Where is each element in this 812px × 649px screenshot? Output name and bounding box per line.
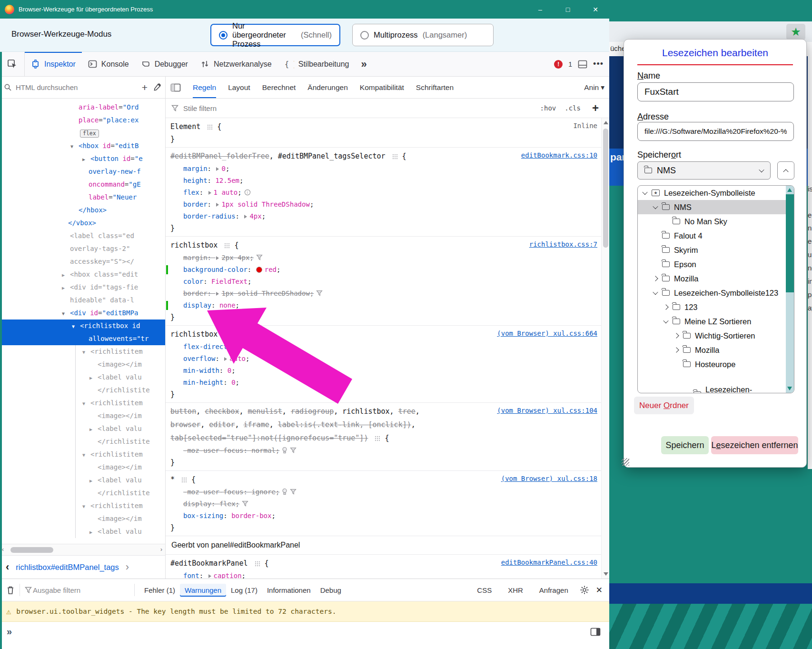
eyedropper-icon[interactable] [152,83,161,92]
scroll-up-icon[interactable] [787,188,792,192]
folder-tree-item[interactable]: Lesezeichen-Symbolleiste123 [638,286,794,300]
markup-line[interactable]: place="place:ex [0,114,165,127]
css-declaration[interactable]: margin: 2px 4px; [166,252,601,264]
markup-line[interactable]: oncommand="gE [0,178,165,191]
tab-netzwerkanalyse[interactable]: Netzwerkanalyse [194,52,278,76]
scroll-up-icon[interactable] [604,121,608,124]
css-declaration[interactable]: font: caption; [166,570,601,579]
close-button[interactable]: ✕ [582,0,609,19]
tab-schriftarten[interactable]: Schriftarten [416,77,454,98]
css-declaration[interactable]: overflow: auto; [166,353,601,365]
markup-line[interactable]: ▼<div id="editBMPa [0,307,165,320]
toolbox-menu-icon[interactable]: ••• [593,59,604,69]
close-console-icon[interactable]: ✕ [596,585,603,595]
markup-line[interactable]: <image></im [0,512,165,525]
mode-option-parent-process[interactable]: Nur übergeordneter Prozess (Schnell) [210,24,340,46]
tab-debugger[interactable]: Debugger [135,52,194,76]
error-badge-icon[interactable]: ! [554,60,563,69]
stylesheet-link[interactable]: editBookmark.css:10 [521,151,597,159]
folder-tree-item[interactable]: Falout 4 [638,229,794,243]
folder-tree-item[interactable]: Mozilla [638,343,794,357]
markup-line[interactable]: </vbox> [0,217,165,230]
markup-line[interactable]: </richlistite [0,384,165,397]
element-picker-button[interactable] [0,52,25,76]
folder-tree-item[interactable]: ★Lesezeichen-Symbolleiste [638,186,794,200]
vertical-scrollbar[interactable] [601,118,609,579]
tab-regeln[interactable]: Regeln [193,77,216,98]
search-input[interactable] [15,83,137,92]
breadcrumb-back-icon[interactable]: ‹ [6,561,9,573]
markup-line[interactable]: allowevents="tr [0,332,165,345]
name-field[interactable] [637,82,794,101]
resize-gripper-icon[interactable] [622,458,629,466]
markup-line[interactable]: ▶<div id="tags-fie [0,281,165,294]
gear-icon[interactable] [580,585,589,595]
markup-line[interactable]: accesskey="S"></ [0,255,165,268]
css-selector[interactable]: browser, editor, iframe, label:is(.text-… [166,418,601,431]
folder-tree-item[interactable]: Mozilla [638,271,794,286]
location-dropdown[interactable]: NMS [637,161,771,180]
folder-tree-item[interactable]: Wichtig-Sortieren [638,329,794,343]
css-declaration[interactable]: display: flex; [166,498,601,510]
css-declaration[interactable]: background-color: red; [166,264,601,276]
tree-scrollbar[interactable] [786,186,794,393]
markup-line[interactable]: ▶<label valu [0,474,165,487]
collapse-tree-button[interactable] [777,161,794,180]
console-tab-xhr[interactable]: XHR [503,584,528,597]
mode-option-multiprocess[interactable]: Multiprozess (Langsamer) [352,24,494,46]
css-declaration[interactable]: box-sizing: border-box; [166,510,601,522]
markup-line[interactable]: <image></im [0,461,165,474]
markup-line[interactable]: ▼<richlistitem [0,448,165,461]
add-node-button[interactable]: + [140,82,149,93]
css-declaration[interactable]: display: none; [166,300,601,311]
markup-line[interactable]: label="Neuer [0,191,165,204]
folder-tree-item[interactable]: Meine LZ Sortieren [638,314,794,329]
console-filter-input[interactable] [32,586,129,595]
three-pane-toggle-icon[interactable] [170,83,181,92]
breadcrumb-selected[interactable]: richlistbox#editBMPanel_tags [16,563,119,572]
markup-line[interactable]: overlay-new-f [0,165,165,178]
console-tab-debug[interactable]: Debug [316,584,346,597]
markup-line[interactable]: <image></im [0,409,165,422]
markup-line[interactable]: flex [0,127,165,140]
css-declaration[interactable]: min-width: 0; [166,365,601,377]
markup-line[interactable]: <image></im [0,358,165,371]
css-declaration[interactable]: -moz-user-focus: ignore; [166,486,601,498]
dock-sidebar-icon[interactable] [590,628,601,636]
console-warning-row[interactable]: ⚠ browser.ui.toolbar_widgets - The key l… [0,601,609,622]
console-prompt-row[interactable]: » [0,622,609,649]
horizontal-scrollbar[interactable]: ‹ › [0,544,165,555]
markup-line[interactable]: hideable" data-l [0,294,165,307]
folder-tree-item[interactable]: Lesezeichen-Symbolleiste 12 [638,387,786,393]
css-declaration[interactable]: flex-direction: column;i [166,341,601,353]
stylesheet-link[interactable]: Inline [573,122,597,130]
markup-line[interactable]: ▶<label valu [0,422,165,435]
markup-line[interactable]: ▼<richlistitem [0,345,165,358]
stylesheet-link[interactable]: (vom Browser) xul.css:664 [497,329,597,337]
trash-icon[interactable] [6,585,15,595]
bookmark-star-button[interactable]: ★ [786,24,805,40]
folder-tree-item[interactable]: 123 [638,300,794,314]
remove-bookmark-button[interactable]: Lesezeichen entfernen [711,436,798,454]
add-rule-button[interactable]: + [592,101,599,115]
scroll-down-icon[interactable] [787,387,792,390]
css-declaration[interactable]: height: 12.5em; [166,175,601,187]
markup-line[interactable]: ▶<label valu [0,525,165,538]
stylesheet-link[interactable]: (vom Browser) xul.css:104 [497,407,597,414]
css-selector[interactable]: Element { [166,120,601,133]
scroll-left-icon[interactable]: ‹ [2,546,4,553]
markup-line[interactable]: </richlistite [0,435,165,448]
style-filter-input[interactable] [182,104,532,113]
tab-layout[interactable]: Layout [228,77,250,98]
css-selector[interactable]: tab[selected="true"]:not([ignorefocus="t… [166,431,601,445]
folder-tree-item[interactable]: No Man Sky [638,214,794,229]
css-declaration[interactable]: border: 1px solid ThreeDShadow; [166,288,601,300]
css-declaration[interactable]: -moz-user-focus: normal; [166,445,601,457]
console-tab-fehler[interactable]: Fehler (1) [139,584,180,597]
markup-line[interactable]: ▼<richlistitem [0,499,165,512]
new-folder-button[interactable]: Neuer Ordner [634,397,694,414]
markup-line[interactable]: </richlistite [0,487,165,499]
folder-tree-item[interactable]: Epson [638,257,794,271]
class-button[interactable]: .cls [564,104,581,112]
save-button[interactable]: Speichern [661,436,709,454]
